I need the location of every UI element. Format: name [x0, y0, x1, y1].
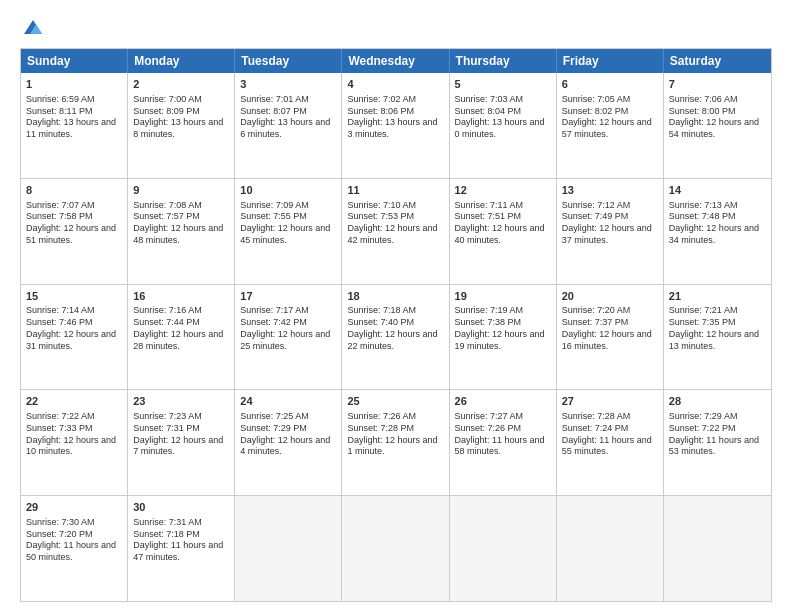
day-info: Sunrise: 7:12 AM Sunset: 7:49 PM Dayligh… [562, 200, 658, 247]
day-info: Sunrise: 7:21 AM Sunset: 7:35 PM Dayligh… [669, 305, 766, 352]
day-info: Sunrise: 7:01 AM Sunset: 8:07 PM Dayligh… [240, 94, 336, 141]
day-info: Sunrise: 7:00 AM Sunset: 8:09 PM Dayligh… [133, 94, 229, 141]
day-number: 29 [26, 500, 122, 515]
day-number: 5 [455, 77, 551, 92]
day-info: Sunrise: 7:22 AM Sunset: 7:33 PM Dayligh… [26, 411, 122, 458]
day-cell-15: 15Sunrise: 7:14 AM Sunset: 7:46 PM Dayli… [21, 285, 128, 390]
day-cell-23: 23Sunrise: 7:23 AM Sunset: 7:31 PM Dayli… [128, 390, 235, 495]
day-cell-2: 2Sunrise: 7:00 AM Sunset: 8:09 PM Daylig… [128, 73, 235, 178]
day-cell-4: 4Sunrise: 7:02 AM Sunset: 8:06 PM Daylig… [342, 73, 449, 178]
day-cell-25: 25Sunrise: 7:26 AM Sunset: 7:28 PM Dayli… [342, 390, 449, 495]
day-cell-11: 11Sunrise: 7:10 AM Sunset: 7:53 PM Dayli… [342, 179, 449, 284]
day-number: 13 [562, 183, 658, 198]
empty-cell [450, 496, 557, 601]
calendar-row-1: 8Sunrise: 7:07 AM Sunset: 7:58 PM Daylig… [21, 179, 771, 285]
day-number: 14 [669, 183, 766, 198]
day-number: 3 [240, 77, 336, 92]
day-cell-18: 18Sunrise: 7:18 AM Sunset: 7:40 PM Dayli… [342, 285, 449, 390]
header-day-friday: Friday [557, 49, 664, 73]
day-number: 12 [455, 183, 551, 198]
day-cell-29: 29Sunrise: 7:30 AM Sunset: 7:20 PM Dayli… [21, 496, 128, 601]
day-info: Sunrise: 7:03 AM Sunset: 8:04 PM Dayligh… [455, 94, 551, 141]
day-cell-19: 19Sunrise: 7:19 AM Sunset: 7:38 PM Dayli… [450, 285, 557, 390]
header-day-sunday: Sunday [21, 49, 128, 73]
day-number: 11 [347, 183, 443, 198]
day-cell-24: 24Sunrise: 7:25 AM Sunset: 7:29 PM Dayli… [235, 390, 342, 495]
logo-icon [22, 18, 44, 38]
day-number: 23 [133, 394, 229, 409]
page: SundayMondayTuesdayWednesdayThursdayFrid… [0, 0, 792, 612]
day-info: Sunrise: 7:07 AM Sunset: 7:58 PM Dayligh… [26, 200, 122, 247]
day-info: Sunrise: 7:19 AM Sunset: 7:38 PM Dayligh… [455, 305, 551, 352]
day-cell-3: 3Sunrise: 7:01 AM Sunset: 8:07 PM Daylig… [235, 73, 342, 178]
day-number: 10 [240, 183, 336, 198]
day-number: 28 [669, 394, 766, 409]
day-info: Sunrise: 7:29 AM Sunset: 7:22 PM Dayligh… [669, 411, 766, 458]
day-info: Sunrise: 7:20 AM Sunset: 7:37 PM Dayligh… [562, 305, 658, 352]
calendar: SundayMondayTuesdayWednesdayThursdayFrid… [20, 48, 772, 602]
day-info: Sunrise: 7:16 AM Sunset: 7:44 PM Dayligh… [133, 305, 229, 352]
day-info: Sunrise: 7:06 AM Sunset: 8:00 PM Dayligh… [669, 94, 766, 141]
day-info: Sunrise: 7:28 AM Sunset: 7:24 PM Dayligh… [562, 411, 658, 458]
day-number: 22 [26, 394, 122, 409]
day-number: 6 [562, 77, 658, 92]
day-cell-1: 1Sunrise: 6:59 AM Sunset: 8:11 PM Daylig… [21, 73, 128, 178]
day-info: Sunrise: 6:59 AM Sunset: 8:11 PM Dayligh… [26, 94, 122, 141]
day-cell-27: 27Sunrise: 7:28 AM Sunset: 7:24 PM Dayli… [557, 390, 664, 495]
day-cell-30: 30Sunrise: 7:31 AM Sunset: 7:18 PM Dayli… [128, 496, 235, 601]
day-number: 20 [562, 289, 658, 304]
day-info: Sunrise: 7:23 AM Sunset: 7:31 PM Dayligh… [133, 411, 229, 458]
day-cell-28: 28Sunrise: 7:29 AM Sunset: 7:22 PM Dayli… [664, 390, 771, 495]
empty-cell [342, 496, 449, 601]
day-number: 17 [240, 289, 336, 304]
day-number: 1 [26, 77, 122, 92]
empty-cell [664, 496, 771, 601]
day-cell-5: 5Sunrise: 7:03 AM Sunset: 8:04 PM Daylig… [450, 73, 557, 178]
day-number: 7 [669, 77, 766, 92]
calendar-body: 1Sunrise: 6:59 AM Sunset: 8:11 PM Daylig… [21, 73, 771, 601]
day-number: 19 [455, 289, 551, 304]
calendar-header: SundayMondayTuesdayWednesdayThursdayFrid… [21, 49, 771, 73]
day-info: Sunrise: 7:26 AM Sunset: 7:28 PM Dayligh… [347, 411, 443, 458]
day-cell-12: 12Sunrise: 7:11 AM Sunset: 7:51 PM Dayli… [450, 179, 557, 284]
day-number: 9 [133, 183, 229, 198]
day-number: 8 [26, 183, 122, 198]
day-number: 4 [347, 77, 443, 92]
day-cell-13: 13Sunrise: 7:12 AM Sunset: 7:49 PM Dayli… [557, 179, 664, 284]
day-info: Sunrise: 7:10 AM Sunset: 7:53 PM Dayligh… [347, 200, 443, 247]
day-number: 26 [455, 394, 551, 409]
day-cell-10: 10Sunrise: 7:09 AM Sunset: 7:55 PM Dayli… [235, 179, 342, 284]
header-day-monday: Monday [128, 49, 235, 73]
day-number: 15 [26, 289, 122, 304]
day-info: Sunrise: 7:18 AM Sunset: 7:40 PM Dayligh… [347, 305, 443, 352]
header-day-saturday: Saturday [664, 49, 771, 73]
day-info: Sunrise: 7:30 AM Sunset: 7:20 PM Dayligh… [26, 517, 122, 564]
header-day-tuesday: Tuesday [235, 49, 342, 73]
day-number: 30 [133, 500, 229, 515]
day-info: Sunrise: 7:17 AM Sunset: 7:42 PM Dayligh… [240, 305, 336, 352]
day-info: Sunrise: 7:11 AM Sunset: 7:51 PM Dayligh… [455, 200, 551, 247]
empty-cell [235, 496, 342, 601]
day-info: Sunrise: 7:14 AM Sunset: 7:46 PM Dayligh… [26, 305, 122, 352]
day-number: 27 [562, 394, 658, 409]
day-info: Sunrise: 7:02 AM Sunset: 8:06 PM Dayligh… [347, 94, 443, 141]
day-cell-17: 17Sunrise: 7:17 AM Sunset: 7:42 PM Dayli… [235, 285, 342, 390]
day-info: Sunrise: 7:08 AM Sunset: 7:57 PM Dayligh… [133, 200, 229, 247]
day-cell-26: 26Sunrise: 7:27 AM Sunset: 7:26 PM Dayli… [450, 390, 557, 495]
day-number: 2 [133, 77, 229, 92]
day-cell-14: 14Sunrise: 7:13 AM Sunset: 7:48 PM Dayli… [664, 179, 771, 284]
logo [20, 18, 47, 38]
calendar-row-3: 22Sunrise: 7:22 AM Sunset: 7:33 PM Dayli… [21, 390, 771, 496]
day-number: 24 [240, 394, 336, 409]
header-day-thursday: Thursday [450, 49, 557, 73]
empty-cell [557, 496, 664, 601]
day-info: Sunrise: 7:31 AM Sunset: 7:18 PM Dayligh… [133, 517, 229, 564]
day-number: 21 [669, 289, 766, 304]
day-cell-9: 9Sunrise: 7:08 AM Sunset: 7:57 PM Daylig… [128, 179, 235, 284]
calendar-row-0: 1Sunrise: 6:59 AM Sunset: 8:11 PM Daylig… [21, 73, 771, 179]
header [20, 18, 772, 38]
day-cell-7: 7Sunrise: 7:06 AM Sunset: 8:00 PM Daylig… [664, 73, 771, 178]
day-cell-22: 22Sunrise: 7:22 AM Sunset: 7:33 PM Dayli… [21, 390, 128, 495]
day-info: Sunrise: 7:05 AM Sunset: 8:02 PM Dayligh… [562, 94, 658, 141]
day-cell-8: 8Sunrise: 7:07 AM Sunset: 7:58 PM Daylig… [21, 179, 128, 284]
